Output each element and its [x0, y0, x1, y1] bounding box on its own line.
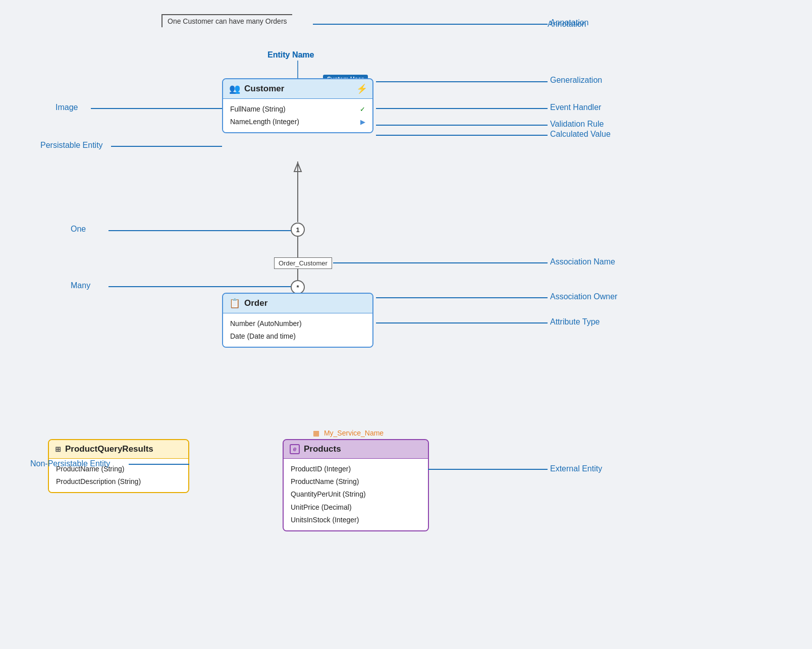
image-label: Image: [56, 103, 78, 112]
order-entity[interactable]: 📋 Order Number (AutoNumber) Date (Date a…: [222, 293, 373, 348]
order-attr-date: Date (Date and time): [230, 330, 365, 343]
attr-number-text: Number (AutoNumber): [230, 317, 302, 330]
association-name-box: Order_Customer: [274, 257, 332, 269]
customer-entity-body: FullName (String) ✓ NameLength (Integer)…: [223, 98, 372, 132]
attr-qty-text: QuantityPerUnit (String): [291, 488, 366, 501]
many-symbol: *: [296, 284, 299, 291]
attr-date-text: Date (Date and time): [230, 330, 296, 343]
order-entity-name: Order: [244, 298, 267, 308]
customer-attr-fullname: FullName (String) ✓: [230, 103, 365, 116]
customer-entity[interactable]: 👥 Customer ⚡ FullName (String) ✓ NameLen…: [222, 78, 373, 133]
calculated-value-label: Calculated Value: [550, 130, 611, 139]
products-entity-header: e Products: [284, 440, 428, 458]
entity-name-blue-label: Entity Name: [267, 50, 314, 60]
service-name-label: ▦ My_Service_Name: [313, 429, 384, 437]
service-icon: ▦: [313, 429, 319, 437]
association-owner-label: Association Owner: [550, 292, 617, 301]
annotation-box: One Customer can have many Orders: [161, 14, 292, 27]
products-attr-id: ProductID (Integer): [291, 463, 421, 475]
attribute-type-label: Attribute Type: [550, 317, 600, 327]
product-query-entity-name: ProductQueryResults: [65, 444, 153, 454]
event-handler-label: Event Handler: [550, 103, 601, 112]
attr-products-name-text: ProductName (String): [291, 475, 359, 488]
svg-marker-12: [294, 163, 301, 172]
products-attr-stock: UnitsInStock (Integer): [291, 514, 421, 526]
attr-productdesc-text: ProductDescription (String): [56, 475, 141, 488]
product-query-icon: ⊞: [55, 445, 61, 453]
validation-rule-icon: ✓: [360, 103, 365, 115]
products-entity-body: ProductID (Integer) ProductName (String)…: [284, 458, 428, 530]
attr-stock-text: UnitsInStock (Integer): [291, 514, 359, 526]
attr-price-text: UnitPrice (Decimal): [291, 501, 352, 514]
annotation-label: Annotation: [550, 18, 589, 27]
order-icon: 📋: [229, 298, 240, 309]
one-label: One: [71, 225, 86, 234]
generalization-label: Generalization: [550, 76, 602, 85]
attr-namelength-text: NameLength (Integer): [230, 116, 299, 128]
customer-entity-name: Customer: [244, 84, 284, 94]
one-circle: 1: [291, 223, 305, 237]
association-name-label: Association Name: [550, 257, 615, 266]
order-attr-number: Number (AutoNumber): [230, 317, 365, 330]
products-entity-name: Products: [304, 444, 341, 454]
assoc-name-text: Order_Customer: [279, 259, 328, 267]
attr-productid-text: ProductID (Integer): [291, 463, 351, 475]
calculated-value-icon: ▶: [360, 116, 365, 128]
customer-attr-namelength: NameLength (Integer) ▶: [230, 116, 365, 128]
products-attr-price: UnitPrice (Decimal): [291, 501, 421, 514]
many-circle: *: [291, 280, 305, 294]
many-label: Many: [71, 281, 90, 290]
products-entity[interactable]: e Products ProductID (Integer) ProductNa…: [283, 439, 429, 531]
products-icon: e: [290, 444, 300, 454]
products-attr-name: ProductName (String): [291, 475, 421, 488]
persistable-entity-label: Persistable Entity: [40, 141, 103, 150]
product-query-entity-header: ⊞ ProductQueryResults: [49, 440, 188, 458]
validation-rule-label: Validation Rule: [550, 120, 604, 129]
customer-entity-header: 👥 Customer ⚡: [223, 79, 372, 98]
event-handler-icon: ⚡: [356, 83, 367, 94]
service-name-text: My_Service_Name: [324, 429, 384, 437]
order-entity-header: 📋 Order: [223, 294, 372, 313]
attr-fullname-text: FullName (String): [230, 103, 286, 116]
products-attr-qty: QuantityPerUnit (String): [291, 488, 421, 501]
one-symbol: 1: [296, 226, 299, 234]
non-persistable-entity-label: Non-Persistable Entity: [30, 459, 110, 468]
product-query-attr-desc: ProductDescription (String): [56, 475, 181, 488]
external-entity-label: External Entity: [550, 464, 602, 473]
order-entity-body: Number (AutoNumber) Date (Date and time): [223, 313, 372, 347]
customer-icon: 👥: [229, 83, 240, 94]
